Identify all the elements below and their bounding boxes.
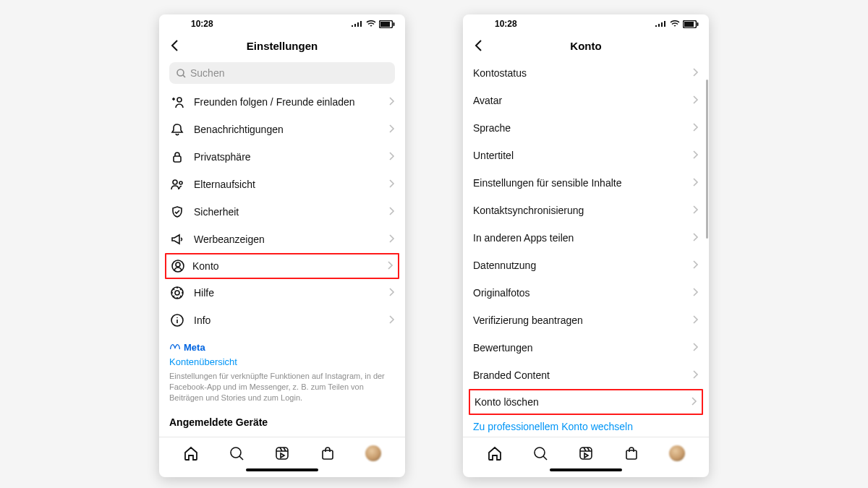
nav-search[interactable] [228, 445, 245, 462]
row-privacy[interactable]: Privatsphäre [159, 143, 405, 171]
nav-shop[interactable] [319, 445, 336, 462]
home-indicator [463, 468, 709, 477]
row-branded-content[interactable]: Branded Content [463, 361, 709, 389]
nav-header: Konto [463, 32, 709, 59]
row-label: In anderen Apps teilen [473, 232, 692, 244]
bottom-nav [463, 437, 709, 468]
status-bar: 10:28 [463, 14, 709, 32]
row-sensitive[interactable]: Einstellungen für sensible Inhalte [463, 169, 709, 197]
svg-point-19 [535, 448, 545, 458]
nav-search[interactable] [532, 445, 549, 462]
row-account-status[interactable]: Kontostatus [463, 59, 709, 87]
shop-icon [320, 445, 336, 461]
home-icon [183, 445, 199, 461]
svg-point-6 [173, 180, 177, 184]
row-label: Sicherheit [194, 206, 388, 218]
chevron-right-icon [692, 95, 699, 107]
status-time: 10:28 [169, 19, 352, 29]
row-ads[interactable]: Werbeanzeigen [159, 226, 405, 253]
row-label: Einstellungen für sensible Inhalte [473, 177, 692, 189]
row-label: Privatsphäre [194, 151, 388, 163]
row-avatar[interactable]: Avatar [463, 87, 709, 114]
bell-icon [169, 122, 185, 137]
nav-reels[interactable] [577, 445, 595, 462]
help-icon [169, 286, 185, 300]
row-label: Info [194, 314, 388, 326]
chevron-right-icon [690, 396, 697, 408]
row-label: Bewertungen [473, 342, 692, 354]
avatar-icon [669, 445, 685, 461]
meta-block: Meta Kontenübersicht Einstellungen für v… [159, 334, 405, 409]
row-label: Konto löschen [475, 396, 690, 408]
row-account[interactable]: Konto [165, 253, 399, 279]
chevron-right-icon [692, 205, 699, 217]
row-security[interactable]: Sicherheit [159, 198, 405, 226]
chevron-left-icon [169, 39, 182, 52]
row-label: Avatar [473, 95, 692, 106]
row-language[interactable]: Sprache [463, 114, 709, 142]
row-label: Kontostatus [473, 67, 692, 79]
row-follow-friends[interactable]: Freunden folgen / Freunde einladen [159, 88, 405, 116]
status-time: 10:28 [473, 19, 655, 29]
row-verification[interactable]: Verifizierung beantragen [463, 307, 709, 334]
chevron-right-icon [388, 96, 395, 108]
signal-icon [352, 20, 363, 27]
row-share-apps[interactable]: In anderen Apps teilen [463, 224, 709, 252]
nav-profile[interactable] [365, 445, 382, 462]
signal-icon [655, 20, 667, 27]
chevron-right-icon [692, 287, 699, 299]
bottom-nav [159, 437, 405, 468]
row-supervision[interactable]: Elternaufsicht [159, 171, 405, 198]
nav-home[interactable] [182, 445, 200, 462]
shield-icon [169, 205, 185, 219]
row-contactsync[interactable]: Kontaktsynchronisierung [463, 197, 709, 224]
status-bar: 10:28 [159, 14, 405, 32]
pro-switch-link[interactable]: Zu professionellem Konto wechseln [463, 415, 709, 437]
svg-point-13 [231, 448, 241, 458]
svg-rect-21 [626, 450, 637, 459]
row-captions[interactable]: Untertitel [463, 142, 709, 169]
svg-rect-15 [323, 450, 333, 459]
chevron-left-icon [472, 39, 485, 52]
row-data-usage[interactable]: Datennutzung [463, 252, 709, 279]
info-icon [169, 313, 185, 328]
row-label: Kontaktsynchronisierung [473, 205, 692, 216]
devices-head: Angemeldete Geräte [159, 409, 405, 432]
row-reviews[interactable]: Bewertungen [463, 334, 709, 361]
meta-brand: Meta [184, 341, 205, 354]
megaphone-icon [169, 232, 185, 247]
status-icons [655, 20, 699, 28]
row-label: Freunden folgen / Freunde einladen [194, 96, 388, 108]
search-icon [176, 69, 186, 78]
row-original-photos[interactable]: Originalfotos [463, 279, 709, 307]
chevron-right-icon [692, 260, 699, 272]
chevron-right-icon [692, 150, 699, 162]
settings-list: Suchen Freunden folgen / Freunde einlade… [159, 59, 405, 437]
meta-logo: Meta [169, 341, 395, 354]
back-button[interactable] [166, 37, 184, 54]
svg-point-3 [177, 69, 184, 76]
back-button[interactable] [470, 37, 488, 54]
svg-rect-2 [393, 22, 395, 26]
meta-icon [169, 343, 181, 352]
nav-shop[interactable] [623, 445, 640, 462]
account-icon [171, 259, 185, 273]
page-title: Einstellungen [247, 40, 318, 52]
chevron-right-icon [692, 67, 699, 80]
row-notifications[interactable]: Benachrichtigungen [159, 116, 405, 143]
row-help[interactable]: Hilfe [159, 279, 405, 307]
search-input[interactable]: Suchen [169, 62, 395, 84]
chevron-right-icon [692, 177, 699, 189]
row-delete-account[interactable]: Konto löschen [469, 389, 703, 415]
nav-home[interactable] [486, 445, 503, 462]
nav-reels[interactable] [273, 445, 291, 462]
wifi-icon [366, 20, 376, 27]
meta-desc: Einstellungen für verknüpfte Funktionen … [169, 371, 395, 403]
meta-accounts-link[interactable]: Kontenübersicht [169, 356, 395, 369]
nav-profile[interactable] [668, 445, 686, 462]
chevron-right-icon [386, 260, 393, 273]
lock-icon [169, 150, 185, 164]
row-label: Branded Content [473, 369, 692, 381]
svg-rect-1 [380, 22, 390, 27]
row-info[interactable]: Info [159, 307, 405, 334]
